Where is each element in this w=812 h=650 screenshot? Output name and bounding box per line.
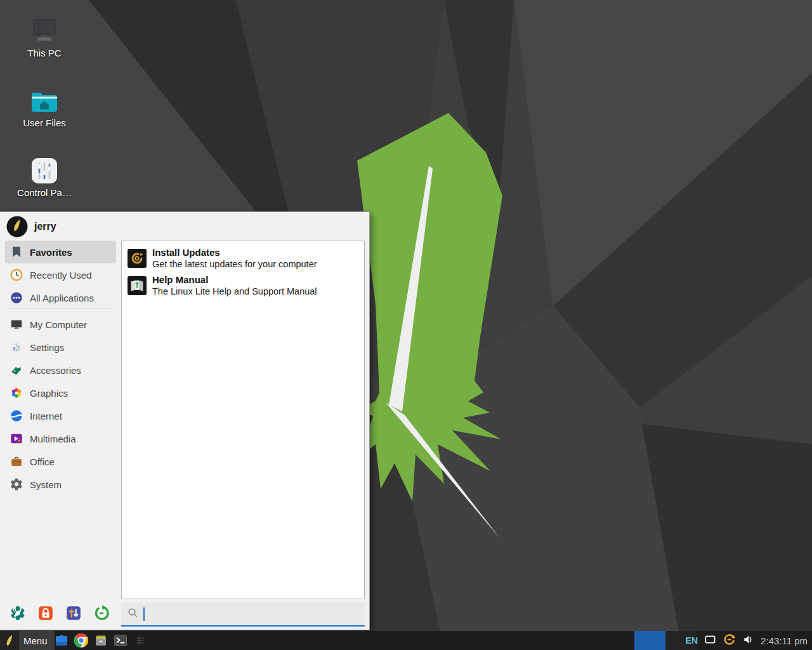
search-icon <box>127 607 139 621</box>
clock-icon <box>10 268 23 282</box>
this-pc-icon <box>8 15 81 44</box>
clock[interactable]: 2:43:11 pm <box>761 635 808 646</box>
globe-icon <box>10 409 23 423</box>
search-bar[interactable] <box>121 602 365 627</box>
category-label: Settings <box>30 342 64 353</box>
avatar[interactable] <box>6 216 28 237</box>
username: jerry <box>34 221 56 232</box>
app-description: Get the latest updates for your computer <box>152 258 317 270</box>
utility-knife-icon <box>10 363 23 377</box>
menu-button[interactable]: Menu <box>0 631 55 650</box>
bookmark-icon <box>10 245 23 259</box>
search-input[interactable] <box>149 608 359 620</box>
media-player-icon <box>10 432 23 446</box>
desktop: This PC User Files Control Pa… <box>0 0 812 650</box>
switch-user-icon[interactable] <box>65 605 82 621</box>
lock-screen-icon[interactable] <box>37 605 54 621</box>
sliders-icon <box>10 340 23 354</box>
category-label: My Computer <box>30 319 87 330</box>
category-label: Graphics <box>30 388 68 399</box>
category-label: System <box>30 479 62 490</box>
linux-lite-logo-icon <box>0 631 19 650</box>
app-description: The Linux Lite Help and Support Manual <box>152 286 317 297</box>
nav-label: Favorites <box>30 247 72 258</box>
category-label: Office <box>30 456 55 467</box>
menu-separator <box>9 308 112 309</box>
category-accessories[interactable]: Accessories <box>5 359 116 381</box>
color-flower-icon <box>10 386 23 400</box>
system-tray: EN 2:43:11 pm <box>686 631 808 650</box>
chrome-icon[interactable] <box>73 632 89 649</box>
terminal-icon[interactable] <box>112 632 129 649</box>
category-multimedia[interactable]: Multimedia <box>5 427 116 450</box>
workspace-1[interactable] <box>634 631 665 650</box>
nav-label: All Applications <box>30 293 94 303</box>
desktop-icon-control-panel[interactable]: Control Pa… <box>8 155 81 198</box>
desktop-icon-label: User Files <box>8 117 81 128</box>
gear-icon <box>10 477 23 491</box>
menu-action-buttons <box>10 605 110 621</box>
help-manual-icon <box>128 276 147 295</box>
category-my-computer[interactable]: My Computer <box>5 313 116 336</box>
menu-app-list: Install Updates Get the latest updates f… <box>121 241 365 599</box>
menu-categories: My Computer Settings Accessories Graphic… <box>5 313 116 496</box>
desktop-icon-label: This PC <box>8 48 81 58</box>
install-updates-icon <box>128 249 147 268</box>
nav-item-all-applications[interactable]: All Applications <box>5 286 116 309</box>
display-icon[interactable] <box>704 633 716 648</box>
briefcase-icon <box>10 454 23 468</box>
computer-icon <box>10 317 23 331</box>
control-panel-icon <box>8 155 81 184</box>
taskbar-launchers <box>53 631 148 650</box>
apps-grid-icon <box>10 291 23 305</box>
settings-manager-icon[interactable] <box>10 605 26 621</box>
nav-item-recently-used[interactable]: Recently Used <box>5 263 116 286</box>
window-list-icon[interactable] <box>132 632 148 649</box>
category-label: Accessories <box>30 365 81 376</box>
volume-icon[interactable] <box>742 633 754 648</box>
category-settings[interactable]: Settings <box>5 336 116 359</box>
menu-nav: Favorites Recently Used All Applications <box>5 241 116 309</box>
quit-icon[interactable] <box>93 605 110 621</box>
category-internet[interactable]: Internet <box>5 404 116 427</box>
keyboard-layout-indicator[interactable]: EN <box>686 635 698 646</box>
nav-item-favorites[interactable]: Favorites <box>5 241 116 263</box>
taskbar: Menu EN <box>0 631 812 650</box>
menu-button-label: Menu <box>23 635 48 646</box>
desktop-icon-this-pc[interactable]: This PC <box>8 15 81 58</box>
category-label: Multimedia <box>30 434 76 444</box>
desktop-icon-user-files[interactable]: User Files <box>8 85 81 128</box>
text-cursor <box>143 607 145 621</box>
category-graphics[interactable]: Graphics <box>5 381 116 404</box>
category-office[interactable]: Office <box>5 450 116 473</box>
desktop-icon-label: Control Pa… <box>8 187 81 198</box>
archive-manager-icon[interactable] <box>93 632 109 649</box>
category-system[interactable]: System <box>5 473 116 496</box>
category-label: Internet <box>30 411 62 421</box>
app-title: Install Updates <box>152 246 317 258</box>
list-item-help-manual[interactable]: Help Manual The Linux Lite Help and Supp… <box>124 272 362 299</box>
file-manager-icon[interactable] <box>53 632 70 649</box>
nav-label: Recently Used <box>30 270 92 281</box>
menu-header: jerry <box>0 212 369 241</box>
user-files-folder-icon <box>8 85 81 114</box>
app-title: Help Manual <box>152 274 317 286</box>
list-item-install-updates[interactable]: Install Updates Get the latest updates f… <box>124 244 362 272</box>
whisker-menu: jerry Favorites Recently Used All Applic… <box>0 211 370 630</box>
updates-available-icon[interactable] <box>723 633 736 649</box>
